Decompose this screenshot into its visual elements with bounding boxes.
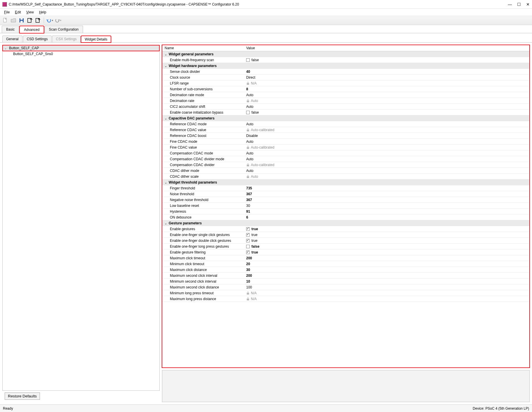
tab-advanced[interactable]: Advanced: [20, 26, 44, 33]
group-header[interactable]: ⌄Capacitive DAC parameters: [162, 115, 529, 121]
param-value[interactable]: Disable: [244, 133, 529, 139]
svg-rect-8: [247, 130, 249, 131]
param-value[interactable]: 10: [244, 279, 529, 284]
col-name[interactable]: Name: [162, 45, 244, 51]
checkbox[interactable]: [246, 239, 250, 242]
param-value[interactable]: Auto: [244, 92, 529, 98]
param-value[interactable]: true: [244, 232, 529, 238]
param-name: Compensation CDAC divider mode: [162, 156, 244, 162]
redo-icon[interactable]: ▾: [54, 17, 61, 24]
param-value[interactable]: Auto: [244, 121, 529, 127]
param-value[interactable]: 735: [244, 185, 529, 191]
subtab-widget-details[interactable]: Widget Details: [81, 36, 111, 43]
param-name: Enable one-finger long press gestures: [162, 244, 244, 249]
tab-basic[interactable]: Basic: [2, 26, 19, 33]
menu-edit[interactable]: Edit: [13, 10, 23, 15]
checkbox[interactable]: [246, 251, 250, 254]
save-icon[interactable]: [18, 17, 25, 24]
param-value[interactable]: false: [244, 110, 529, 115]
param-value[interactable]: N/A: [244, 290, 529, 296]
minimize-button[interactable]: —: [508, 2, 512, 7]
svg-rect-11: [247, 176, 249, 178]
param-value[interactable]: 30: [244, 203, 529, 209]
checkbox[interactable]: [246, 227, 250, 231]
param-value[interactable]: 367: [244, 197, 529, 203]
param-value[interactable]: Auto: [244, 156, 529, 162]
param-name: Minimum click timeout: [162, 261, 244, 267]
export-icon[interactable]: [34, 17, 41, 24]
menu-view[interactable]: View: [24, 10, 36, 15]
collapse-icon[interactable]: ⌄: [165, 117, 168, 120]
param-value[interactable]: 40: [244, 69, 529, 75]
param-value[interactable]: Auto: [244, 104, 529, 110]
new-file-icon[interactable]: [2, 17, 9, 24]
param-value[interactable]: Auto-calibrated: [244, 145, 529, 150]
property-grid[interactable]: Name Value ⌄Widget general parametersEna…: [162, 45, 530, 368]
close-button[interactable]: ✕: [526, 2, 530, 7]
param-value[interactable]: 20: [244, 261, 529, 267]
import-icon[interactable]: [26, 17, 33, 24]
menu-help[interactable]: Help: [37, 10, 49, 15]
checkbox[interactable]: [246, 111, 250, 114]
restore-defaults-button[interactable]: Restore Defaults: [5, 392, 40, 400]
checkbox[interactable]: [246, 58, 250, 62]
param-value[interactable]: 8: [244, 86, 529, 92]
param-value[interactable]: Auto: [244, 174, 529, 179]
lock-icon: [246, 82, 250, 85]
undo-icon[interactable]: ▾: [46, 17, 53, 24]
device-text: Device: PSoC 4 (5th Generation LP): [473, 406, 529, 411]
tab-scan-configuration[interactable]: Scan Configuration: [45, 26, 83, 33]
svg-rect-12: [247, 293, 249, 295]
checkbox[interactable]: [246, 233, 250, 237]
param-value[interactable]: Auto-calibrated: [244, 162, 529, 168]
expand-icon[interactable]: ⌄: [4, 47, 8, 50]
param-value[interactable]: 6: [244, 214, 529, 220]
group-header[interactable]: ⌄Widget general parameters: [162, 51, 529, 57]
param-value[interactable]: 200: [244, 273, 529, 279]
subtab-general[interactable]: General: [2, 36, 22, 42]
group-header[interactable]: ⌄Widget threshold parameters: [162, 179, 529, 185]
collapse-icon[interactable]: ⌄: [165, 53, 168, 56]
param-name: Negative noise threshold: [162, 197, 244, 203]
param-value[interactable]: 91: [244, 209, 529, 214]
tree-item-button-self-cap[interactable]: ⌄ Button_SELF_CAP: [3, 45, 159, 51]
svg-rect-9: [247, 147, 249, 149]
param-value[interactable]: false: [244, 57, 529, 63]
param-value[interactable]: Auto: [244, 168, 529, 174]
param-value[interactable]: true: [244, 238, 529, 244]
param-value[interactable]: 200: [244, 255, 529, 261]
param-value[interactable]: true: [244, 226, 529, 232]
param-name: Minimum second click interval: [162, 279, 244, 284]
param-name: Enable gestures: [162, 226, 244, 232]
collapse-icon[interactable]: ⌄: [165, 181, 168, 184]
param-value[interactable]: 367: [244, 191, 529, 197]
collapse-icon[interactable]: ⌄: [165, 222, 168, 225]
subtab-csd-settings[interactable]: CSD Settings: [23, 36, 52, 42]
param-name: Enable multi-frequency scan: [162, 57, 244, 63]
maximize-button[interactable]: ☐: [517, 2, 521, 7]
group-header[interactable]: ⌄Gesture parameters: [162, 220, 529, 226]
group-header[interactable]: ⌄Widget hardware parameters: [162, 63, 529, 69]
param-name: Sense clock divider: [162, 69, 244, 75]
open-file-icon[interactable]: [10, 17, 17, 24]
param-value[interactable]: Direct: [244, 75, 529, 80]
checkbox[interactable]: [246, 245, 250, 248]
menu-file[interactable]: File: [2, 10, 12, 15]
col-value[interactable]: Value: [244, 45, 529, 51]
param-name: Reference CDAC boost: [162, 133, 244, 139]
param-value[interactable]: N/A: [244, 80, 529, 86]
widget-tree[interactable]: ⌄ Button_SELF_CAP Button_SELF_CAP_Sns0: [2, 45, 160, 391]
param-value[interactable]: 30: [244, 267, 529, 273]
param-value[interactable]: N/A: [244, 296, 529, 302]
collapse-icon[interactable]: ⌄: [165, 64, 168, 68]
param-value[interactable]: Auto-calibrated: [244, 127, 529, 133]
tree-label: Button_SELF_CAP: [9, 46, 39, 50]
param-value[interactable]: true: [244, 249, 529, 255]
tree-item-button-self-cap-sns0[interactable]: Button_SELF_CAP_Sns0: [3, 51, 159, 57]
param-value[interactable]: Auto: [244, 139, 529, 145]
param-name: ON debounce: [162, 214, 244, 220]
param-value[interactable]: Auto: [244, 98, 529, 104]
param-value[interactable]: Auto: [244, 150, 529, 156]
param-value[interactable]: 100: [244, 284, 529, 290]
param-value[interactable]: false: [244, 244, 529, 249]
